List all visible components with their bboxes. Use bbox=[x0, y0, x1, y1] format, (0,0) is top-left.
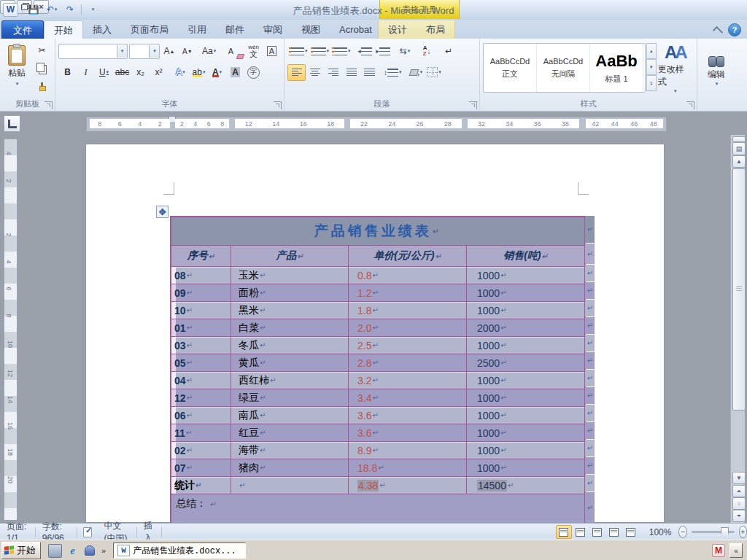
table-cell[interactable]: 01↵ bbox=[171, 319, 231, 336]
table-cell[interactable]: 11↵ bbox=[171, 424, 231, 441]
draft-view-button[interactable] bbox=[623, 525, 639, 539]
table-cell[interactable]: 面粉↵ bbox=[231, 284, 349, 301]
table-row[interactable]: 09↵面粉↵1.2↵1000↵ bbox=[171, 284, 584, 302]
table-cell[interactable]: 3.6↵ bbox=[349, 407, 467, 424]
table-cell[interactable]: 1000↵ bbox=[467, 407, 584, 424]
stats-cell[interactable]: 统计↵ bbox=[171, 477, 231, 494]
table-cell[interactable]: 南瓜↵ bbox=[231, 407, 349, 424]
text-effects-button[interactable]: A▾ bbox=[171, 64, 190, 81]
table-summary-row[interactable]: 总结： ↵ ↵ bbox=[171, 494, 584, 523]
table-row[interactable]: 12↵绿豆↵3.4↵1000↵ bbox=[171, 389, 584, 407]
tab-开始[interactable]: 开始 bbox=[44, 20, 83, 39]
table-cell[interactable]: 1.2↵ bbox=[349, 284, 467, 301]
table-cell[interactable]: 08↵ bbox=[171, 267, 231, 284]
distribute-button[interactable] bbox=[360, 64, 379, 81]
table-cell[interactable]: 2000↵ bbox=[467, 319, 584, 336]
table-cell[interactable]: 黑米↵ bbox=[231, 302, 349, 319]
sort-button[interactable]: AZ↓ bbox=[418, 43, 436, 60]
table-cell[interactable]: 1000↵ bbox=[467, 372, 584, 389]
table-cell[interactable]: 06↵ bbox=[171, 407, 231, 424]
horizontal-ruler[interactable]: 8642246812141618222426283234363842444648 bbox=[86, 117, 667, 132]
multilevel-list-button[interactable]: ▾ bbox=[330, 43, 352, 60]
highlight-button[interactable]: ab▾ bbox=[190, 64, 208, 81]
table-cell[interactable]: 1000↵ bbox=[467, 267, 584, 284]
decrease-indent-button[interactable]: ◂ bbox=[356, 43, 374, 60]
header-cell[interactable]: 销售(吨)↵ bbox=[467, 246, 584, 266]
fullscreen-reading-view-button[interactable] bbox=[573, 525, 589, 539]
table-cell[interactable]: 18.8↵ bbox=[349, 459, 467, 476]
table-row[interactable]: 08↵玉米↵0.8↵1000↵ bbox=[171, 267, 584, 284]
table-cell[interactable]: 冬瓜↵ bbox=[231, 337, 349, 354]
table-row[interactable]: 03↵冬瓜↵2.5↵1000↵ bbox=[171, 337, 584, 354]
borders-button[interactable]: ▾ bbox=[425, 64, 444, 81]
web-layout-view-button[interactable] bbox=[589, 525, 605, 539]
zoom-slider-thumb[interactable] bbox=[721, 527, 729, 537]
table-row[interactable]: 01↵白菜↵2.0↵2000↵ bbox=[171, 319, 584, 337]
undo-icon[interactable]: ↶▾ bbox=[44, 3, 59, 16]
paste-button[interactable]: 粘贴 ▾ bbox=[3, 42, 31, 94]
help-icon[interactable]: ? bbox=[728, 23, 741, 36]
table-row[interactable]: 05↵黄瓜↵2.8↵2500↵ bbox=[171, 354, 584, 372]
subscript-button[interactable]: x₂ bbox=[131, 64, 150, 81]
tab-引用[interactable]: 引用 bbox=[178, 20, 216, 39]
table-cell[interactable]: 05↵ bbox=[171, 354, 231, 371]
paragraph-dialog-launcher[interactable] bbox=[469, 101, 477, 109]
show-desktop-icon[interactable] bbox=[48, 544, 62, 558]
character-shading-button[interactable]: A bbox=[226, 64, 244, 81]
table-cell[interactable]: 04↵ bbox=[171, 372, 231, 389]
font-dialog-launcher[interactable] bbox=[274, 101, 282, 109]
tab-Acrobat[interactable]: Acrobat bbox=[330, 20, 382, 39]
gallery-more-icon[interactable]: ⊽ bbox=[646, 75, 657, 91]
italic-button[interactable]: I bbox=[77, 64, 95, 81]
table-row[interactable]: 04↵西红柿↵3.2↵1000↵ bbox=[171, 372, 584, 389]
table-cell[interactable]: 1000↵ bbox=[467, 284, 584, 301]
stats-cell[interactable]: 4.38↵ bbox=[349, 477, 467, 494]
table-cell[interactable]: 2500↵ bbox=[467, 354, 584, 371]
table-cell[interactable]: 0.8↵ bbox=[349, 267, 467, 284]
save-icon[interactable]: 💾 bbox=[26, 3, 41, 16]
styles-dialog-launcher[interactable] bbox=[686, 101, 694, 109]
style-gallery-item[interactable]: AaBb 标题 1 bbox=[590, 44, 643, 92]
page[interactable]: ✥ 产品销售业绩表 ↵ 序号↵产品↵单价(元/公斤)↵销售(吨)↵ 08↵玉米↵… bbox=[85, 144, 665, 523]
start-button[interactable]: 开始 bbox=[1, 542, 41, 559]
internet-explorer-icon[interactable]: e bbox=[66, 545, 79, 557]
ime-m-icon[interactable]: M bbox=[712, 544, 725, 557]
style-gallery-item[interactable]: AaBbCcDd 无间隔 bbox=[537, 44, 590, 92]
show-hide-marks-button[interactable]: ↵ bbox=[440, 43, 458, 60]
redo-icon[interactable]: ↷ bbox=[63, 3, 77, 16]
table-cell[interactable]: 1000↵ bbox=[467, 337, 584, 354]
gallery-up-icon[interactable]: ▲ bbox=[646, 43, 657, 59]
table-cell[interactable]: 1000↵ bbox=[467, 389, 584, 406]
table-cell[interactable]: 12↵ bbox=[171, 389, 231, 406]
cut-button[interactable]: ✂ bbox=[33, 42, 51, 58]
enclose-characters-button[interactable]: 字 bbox=[244, 64, 263, 81]
table-row[interactable]: 07↵猪肉↵18.8↵1000↵ bbox=[171, 459, 584, 477]
print-layout-view-button[interactable] bbox=[556, 525, 572, 539]
table-cell[interactable]: 白菜↵ bbox=[231, 319, 349, 336]
table-row[interactable]: 02↵海带↵8.9↵1000↵ bbox=[171, 442, 584, 459]
change-styles-button[interactable]: AA 更改样式 ▾ bbox=[657, 42, 694, 98]
zoom-in-button[interactable]: + bbox=[739, 526, 747, 538]
zoom-out-button[interactable]: − bbox=[678, 526, 687, 538]
tab-审阅[interactable]: 审阅 bbox=[254, 20, 292, 39]
phonetic-guide-button[interactable]: wén文 bbox=[244, 43, 263, 60]
proofing-icon[interactable] bbox=[83, 527, 92, 537]
gallery-down-icon[interactable]: ▼ bbox=[646, 59, 657, 75]
split-handle[interactable] bbox=[732, 136, 746, 142]
change-case-button[interactable]: Aa▾ bbox=[200, 43, 218, 60]
word-app-icon[interactable]: W bbox=[3, 3, 18, 17]
table-row[interactable]: 11↵红豆↵3.6↵1000↵ bbox=[171, 424, 584, 442]
tab-邮件[interactable]: 邮件 bbox=[216, 20, 254, 39]
table-cell[interactable]: 玉米↵ bbox=[231, 267, 349, 284]
character-border-button[interactable]: A bbox=[263, 43, 281, 60]
table-cell[interactable]: 海带↵ bbox=[231, 442, 349, 459]
stats-cell[interactable]: ↵ bbox=[231, 477, 349, 494]
table-header-row[interactable]: 序号↵产品↵单价(元/公斤)↵销售(吨)↵ bbox=[171, 246, 584, 267]
tab-插入[interactable]: 插入 bbox=[83, 20, 121, 39]
font-size-combo[interactable]: ▾ bbox=[129, 44, 160, 59]
table-row[interactable]: 06↵南瓜↵3.6↵1000↵ bbox=[171, 407, 584, 424]
scroll-down-icon[interactable]: ▼ bbox=[732, 472, 746, 484]
select-browse-object-icon[interactable]: ○ bbox=[732, 497, 746, 510]
ruler-toggle-icon[interactable]: ▤ bbox=[732, 142, 746, 155]
justify-button[interactable] bbox=[342, 64, 360, 81]
